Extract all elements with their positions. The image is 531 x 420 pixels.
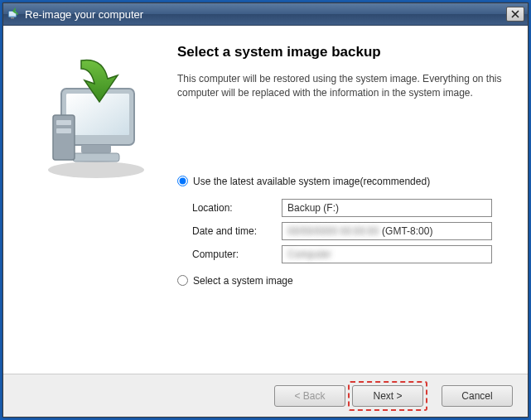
value-computer-redacted: Computer bbox=[287, 249, 331, 260]
radio-use-latest-label: Use the latest available system image(re… bbox=[193, 176, 430, 187]
radio-select-image[interactable]: Select a system image bbox=[177, 275, 506, 287]
button-bar: < Back Next > Cancel bbox=[3, 374, 528, 417]
cancel-button[interactable]: Cancel bbox=[442, 385, 513, 407]
field-computer: Computer bbox=[282, 245, 492, 263]
svg-point-3 bbox=[48, 162, 144, 178]
label-datetime: Date and time: bbox=[192, 225, 282, 237]
next-highlight: Next > bbox=[352, 385, 423, 407]
value-datetime-redacted: 00/00/0000 00:00:00 bbox=[287, 225, 379, 237]
window-title: Re-image your computer bbox=[25, 8, 506, 21]
value-location: Backup (F:) bbox=[287, 202, 339, 214]
wizard-window: Re-image your computer bbox=[2, 2, 529, 418]
svg-rect-11 bbox=[56, 128, 71, 133]
svg-rect-2 bbox=[11, 17, 14, 19]
titlebar: Re-image your computer bbox=[3, 3, 528, 26]
back-button[interactable]: < Back bbox=[274, 385, 345, 407]
illustration-column bbox=[22, 44, 171, 365]
form-column: Select a system image backup This comput… bbox=[171, 44, 506, 365]
restore-monitor-icon bbox=[38, 56, 154, 183]
field-datetime: 00/00/0000 00:00:00 (GMT-8:00) bbox=[282, 222, 492, 240]
latest-image-details: Location: Backup (F:) Date and time: 00/… bbox=[192, 199, 506, 263]
svg-rect-8 bbox=[73, 153, 119, 162]
field-location: Backup (F:) bbox=[282, 199, 492, 217]
radio-use-latest[interactable]: Use the latest available system image(re… bbox=[177, 176, 506, 187]
row-computer: Computer: Computer bbox=[192, 245, 506, 263]
reimage-icon bbox=[7, 7, 20, 21]
radio-use-latest-input[interactable] bbox=[177, 176, 188, 186]
svg-rect-7 bbox=[81, 145, 111, 153]
svg-rect-10 bbox=[56, 120, 71, 125]
page-description: This computer will be restored using the… bbox=[177, 72, 506, 101]
label-computer: Computer: bbox=[192, 249, 282, 260]
page-heading: Select a system image backup bbox=[177, 44, 506, 60]
row-location: Location: Backup (F:) bbox=[192, 199, 506, 217]
value-datetime-tz: (GMT-8:00) bbox=[382, 225, 432, 237]
radio-select-image-input[interactable] bbox=[177, 275, 188, 286]
next-button[interactable]: Next > bbox=[352, 385, 423, 407]
close-button[interactable] bbox=[506, 7, 524, 22]
label-location: Location: bbox=[192, 202, 282, 214]
content-area: Select a system image backup This comput… bbox=[3, 26, 528, 374]
radio-select-image-label: Select a system image bbox=[193, 275, 293, 287]
row-datetime: Date and time: 00/00/0000 00:00:00 (GMT-… bbox=[192, 222, 506, 240]
